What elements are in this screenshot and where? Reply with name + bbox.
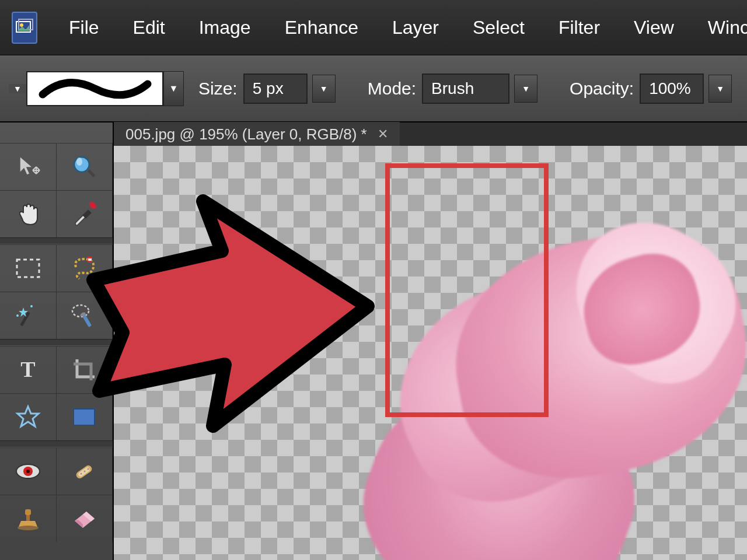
document-tab-bar: 005.jpg @ 195% (Layer 0, RGB/8) * ✕ bbox=[114, 123, 747, 146]
opacity-dropdown[interactable]: ▼ bbox=[708, 75, 732, 103]
document-tab[interactable]: 005.jpg @ 195% (Layer 0, RGB/8) * ✕ bbox=[114, 122, 400, 147]
size-dropdown[interactable]: ▼ bbox=[312, 75, 336, 103]
mode-dropdown[interactable]: ▼ bbox=[514, 75, 537, 103]
marquee-tool-icon bbox=[15, 258, 41, 279]
opacity-label: Opacity: bbox=[570, 79, 634, 99]
svg-rect-28 bbox=[26, 515, 30, 521]
cookie-cutter-tool[interactable] bbox=[0, 394, 57, 440]
brush-preset-menu-dropdown[interactable]: ▼ bbox=[9, 84, 26, 93]
brush-preview-wrapper: ▼ bbox=[26, 71, 184, 106]
healing-tool-icon bbox=[71, 458, 97, 485]
highlight-rectangle bbox=[385, 163, 549, 417]
marquee-tool[interactable] bbox=[0, 245, 57, 292]
svg-text:T: T bbox=[20, 358, 35, 382]
type-tool[interactable]: T bbox=[0, 346, 57, 393]
move-tool-icon bbox=[14, 153, 42, 181]
app-logo-icon bbox=[13, 16, 36, 39]
healing-tool[interactable] bbox=[57, 448, 113, 495]
menu-file[interactable]: File bbox=[67, 12, 102, 43]
instruction-arrow bbox=[64, 175, 379, 455]
svg-point-13 bbox=[16, 314, 19, 317]
mode-field[interactable]: Brush bbox=[422, 74, 509, 104]
svg-point-12 bbox=[30, 305, 33, 307]
hand-tool-icon bbox=[14, 200, 42, 228]
hand-tool[interactable] bbox=[0, 191, 57, 237]
stamp-tool[interactable] bbox=[0, 495, 57, 542]
svg-point-25 bbox=[84, 471, 86, 473]
svg-point-24 bbox=[81, 473, 82, 475]
document-tab-title: 005.jpg @ 195% (Layer 0, RGB/8) * bbox=[125, 125, 367, 144]
eraser-tool[interactable] bbox=[57, 495, 113, 542]
menu-bar: File Edit Image Enhance Layer Select Fil… bbox=[0, 0, 747, 55]
type-tool-icon: T bbox=[16, 358, 40, 382]
opacity-option: Opacity: 100% ▼ bbox=[570, 74, 732, 104]
svg-rect-8 bbox=[17, 260, 39, 277]
menu-view[interactable]: View bbox=[631, 12, 676, 43]
magic-wand-tool-icon bbox=[14, 302, 42, 330]
size-option: Size: 5 px ▼ bbox=[198, 74, 336, 104]
magic-wand-tool[interactable] bbox=[0, 292, 57, 339]
redeye-tool[interactable] bbox=[0, 448, 57, 495]
mode-option: Mode: Brush ▼ bbox=[368, 74, 537, 104]
menu-filter[interactable]: Filter bbox=[556, 12, 602, 43]
mode-label: Mode: bbox=[368, 79, 416, 99]
svg-point-29 bbox=[18, 526, 39, 530]
eraser-tool-icon bbox=[70, 507, 98, 530]
menu-enhance[interactable]: Enhance bbox=[282, 12, 361, 43]
menu-edit[interactable]: Edit bbox=[131, 12, 167, 43]
svg-point-26 bbox=[88, 468, 89, 470]
star-shape-icon bbox=[15, 404, 41, 430]
svg-point-4 bbox=[76, 158, 82, 166]
menu-layer[interactable]: Layer bbox=[390, 12, 441, 43]
menu-select[interactable]: Select bbox=[470, 12, 527, 43]
opacity-field[interactable]: 100% bbox=[640, 74, 704, 104]
svg-point-2 bbox=[20, 23, 23, 27]
brush-dropdown[interactable]: ▼ bbox=[163, 71, 184, 106]
brush-preview[interactable] bbox=[26, 71, 163, 106]
menu-window[interactable]: Winc bbox=[706, 12, 747, 43]
size-field[interactable]: 5 px bbox=[243, 74, 308, 104]
size-label: Size: bbox=[198, 79, 238, 99]
close-tab-icon[interactable]: ✕ bbox=[378, 127, 388, 142]
svg-rect-27 bbox=[25, 509, 31, 515]
menu-image[interactable]: Image bbox=[197, 12, 253, 43]
app-logo[interactable] bbox=[12, 12, 37, 44]
options-bar: ▼ ▼ Size: 5 px ▼ Mode: Brush ▼ Opacity: … bbox=[0, 55, 747, 123]
stamp-tool-icon bbox=[15, 506, 41, 531]
svg-point-21 bbox=[26, 470, 30, 473]
move-tool[interactable] bbox=[0, 144, 57, 190]
redeye-tool-icon bbox=[14, 461, 42, 482]
brush-stroke-icon bbox=[37, 77, 153, 100]
